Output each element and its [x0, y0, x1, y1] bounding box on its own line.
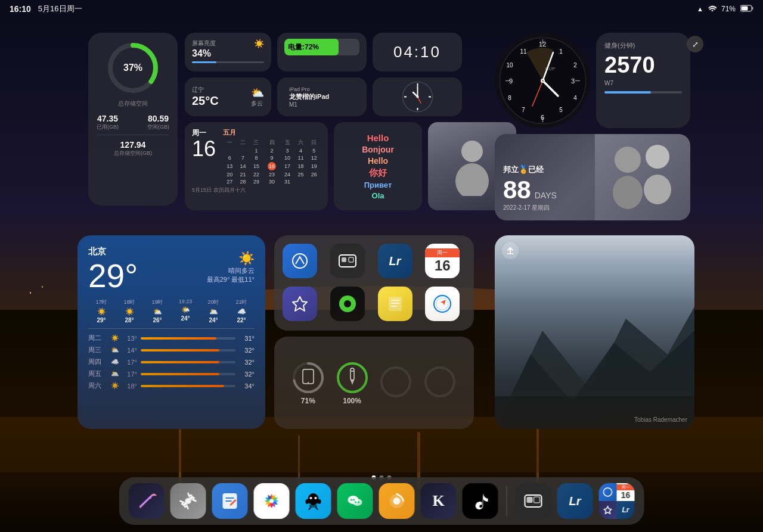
camo-small-icon	[603, 487, 613, 497]
svg-point-100	[355, 502, 356, 503]
app-camo[interactable]	[283, 244, 317, 278]
weather-daily: 周二 ☀️ 13° 31° 周三 ⛅ 14° 32° 周四 ☁️ 17° 32°…	[88, 334, 255, 390]
svg-marker-108	[604, 506, 612, 514]
svg-text:11: 11	[520, 48, 527, 55]
brightness-value: 34%	[192, 48, 264, 59]
svg-text:10: 10	[506, 62, 513, 69]
lungo-dot	[339, 295, 356, 312]
svg-point-56	[644, 175, 671, 204]
weather-city: 北京	[88, 246, 138, 257]
dock-combo[interactable]: 周一 16 Lr	[599, 483, 635, 519]
dock-goodnotes[interactable]	[212, 483, 248, 519]
status-right: ▲ 71%	[697, 5, 753, 14]
qqmusic-icon	[387, 491, 407, 511]
nature-caption: Tobias Rademacher	[634, 416, 687, 423]
dock-klok[interactable]: K	[421, 483, 457, 519]
weather-sun-icon: ☀️	[207, 251, 255, 266]
upload-svg	[506, 247, 514, 255]
dock-pencil[interactable]	[129, 483, 165, 519]
love-days: 88	[503, 178, 531, 203]
weather-hourly: 17时☀️29° 18时☀️28° 19时⛅26° 19:23🌤️24° 20时…	[88, 298, 255, 323]
svg-marker-76	[351, 380, 354, 385]
widget-clock-small	[373, 77, 462, 116]
storage-pct: 37%	[123, 63, 142, 73]
fantastical-icon	[290, 294, 309, 313]
app-safari[interactable]	[425, 287, 460, 321]
love-name: 邦立🏅已经	[503, 164, 557, 175]
svg-point-91	[310, 497, 312, 499]
hello-5: Привет	[364, 181, 392, 189]
collapse-button[interactable]: ⤢	[687, 36, 703, 52]
svg-point-103	[393, 497, 401, 505]
weather-divider	[88, 328, 255, 329]
weather-city-small: 辽宁	[192, 86, 219, 94]
svg-text:7: 7	[522, 107, 525, 113]
widget-apps-grid: Lr 周一 16	[274, 235, 474, 331]
lr-dock-text: Lr	[569, 494, 581, 508]
brightness-icon: ☀️	[254, 39, 264, 48]
svg-point-89	[270, 499, 274, 503]
widget-love: 邦立🏅已经 88 DAYS 2022-2-17 星期四	[495, 134, 690, 220]
ipad-chip: M1	[289, 101, 329, 108]
app-overflow[interactable]	[330, 244, 365, 278]
app-lungo[interactable]	[330, 287, 365, 321]
cal-red-bar: 周一	[425, 248, 460, 257]
analog-clock-svg: 12 3 6 9 1 2 4 5 7 8 10 11 CUP	[497, 35, 589, 127]
svg-point-27	[416, 96, 418, 98]
dock-wechat[interactable]	[337, 483, 373, 519]
weather-desc2: 最高29° 最低11°	[207, 275, 255, 284]
ipad-name: 龙赞楷的iPad	[289, 92, 329, 101]
widget-nature: Tobias Rademacher	[495, 235, 694, 429]
tiktok-icon	[472, 491, 489, 511]
app-calendar[interactable]: 周一 16	[425, 244, 460, 278]
camo-icon	[291, 252, 309, 270]
svg-rect-82	[495, 396, 694, 429]
wifi-icon	[708, 5, 717, 13]
svg-point-79	[426, 368, 454, 396]
brightness-title: 屏幕亮度	[192, 39, 216, 48]
device-1: 71%	[291, 361, 325, 405]
dock-tiktok[interactable]	[463, 483, 498, 519]
svg-text:8: 8	[508, 95, 511, 101]
dock-overflow3[interactable]	[516, 483, 551, 519]
dock-photos[interactable]	[254, 483, 290, 519]
svg-point-85	[185, 498, 191, 504]
svg-point-29	[455, 163, 489, 196]
upload-icon[interactable]	[502, 242, 519, 259]
location-icon: ▲	[697, 5, 703, 13]
dock-qq[interactable]	[296, 483, 331, 519]
svg-rect-59	[342, 257, 346, 262]
svg-point-93	[306, 499, 309, 504]
svg-point-92	[315, 497, 317, 499]
hello-6: Ola	[372, 191, 384, 200]
svg-text:1: 1	[559, 48, 563, 55]
widget-timer: 04:10	[373, 33, 462, 71]
widget-calendar: 周一 16 五月 一 二 三 四 五 六 日 12345 6789101112 …	[185, 122, 328, 210]
svg-rect-9	[42, 286, 43, 288]
svg-point-54	[613, 176, 643, 209]
svg-marker-61	[293, 297, 307, 311]
svg-line-84	[141, 496, 152, 506]
dock-lightroom[interactable]: Lr	[557, 483, 593, 519]
combo-date: 16	[621, 490, 631, 500]
storage-total-val: 127.94	[97, 140, 169, 150]
device-3	[379, 365, 412, 401]
ipad-label: iPad Pro	[289, 86, 329, 92]
app-lightroom[interactable]: Lr	[378, 244, 412, 278]
device2-pct: 100%	[336, 397, 369, 405]
dock-qqmusic[interactable]	[379, 483, 415, 519]
weather-desc1: 晴间多云	[207, 266, 255, 275]
settings-dock-icon	[179, 491, 198, 511]
svg-point-98	[351, 499, 352, 501]
brightness-bar	[192, 61, 216, 63]
app-notes[interactable]	[378, 287, 412, 321]
widget-device-status: 71% 100%	[274, 337, 474, 429]
widget-battery: 电量:72%	[277, 33, 367, 71]
app-fantastical[interactable]	[283, 287, 317, 321]
dock-settings[interactable]	[170, 483, 206, 519]
qq-icon	[303, 491, 324, 511]
svg-point-90	[308, 493, 319, 505]
timer-value: 04:10	[393, 43, 441, 61]
svg-rect-106	[534, 497, 540, 503]
overflow-icon	[338, 251, 357, 270]
